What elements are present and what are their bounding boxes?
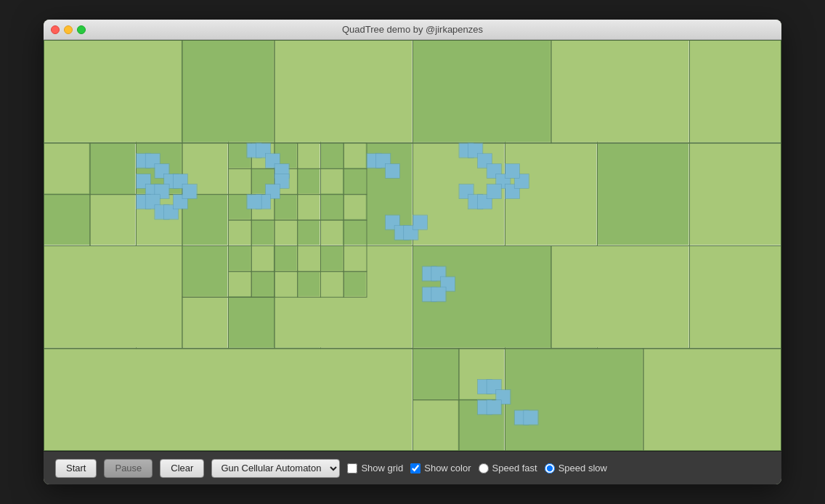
pause-button[interactable]: Pause	[104, 459, 153, 478]
toolbar: Start Pause Clear Gun Cellular Automaton…	[44, 451, 781, 484]
speed-fast-label[interactable]: Speed fast	[492, 463, 537, 473]
speed-slow-radio[interactable]	[545, 463, 555, 473]
show-grid-label[interactable]: Show grid	[361, 463, 403, 473]
app-window: QuadTree demo by @jirkapenzes Start Paus…	[44, 20, 781, 484]
speed-fast-container: Speed fast	[479, 463, 537, 473]
algorithm-select[interactable]: Gun Cellular Automaton Random Conway's L…	[211, 459, 340, 478]
show-color-label[interactable]: Show color	[424, 463, 471, 473]
show-color-checkbox[interactable]	[410, 463, 420, 473]
quadtree-canvas-area[interactable]	[44, 40, 781, 451]
show-color-container: Show color	[410, 463, 471, 473]
traffic-lights	[51, 25, 86, 34]
speed-fast-radio[interactable]	[479, 463, 489, 473]
start-button[interactable]: Start	[55, 459, 97, 478]
quadtree-canvas[interactable]	[44, 40, 781, 451]
titlebar: QuadTree demo by @jirkapenzes	[44, 20, 781, 40]
speed-slow-container: Speed slow	[545, 463, 607, 473]
minimize-button[interactable]	[64, 25, 73, 34]
speed-slow-label[interactable]: Speed slow	[558, 463, 607, 473]
maximize-button[interactable]	[77, 25, 86, 34]
window-title: QuadTree demo by @jirkapenzes	[342, 24, 483, 35]
show-grid-container: Show grid	[347, 463, 403, 473]
show-grid-checkbox[interactable]	[347, 463, 357, 473]
close-button[interactable]	[51, 25, 60, 34]
clear-button[interactable]: Clear	[160, 459, 204, 478]
